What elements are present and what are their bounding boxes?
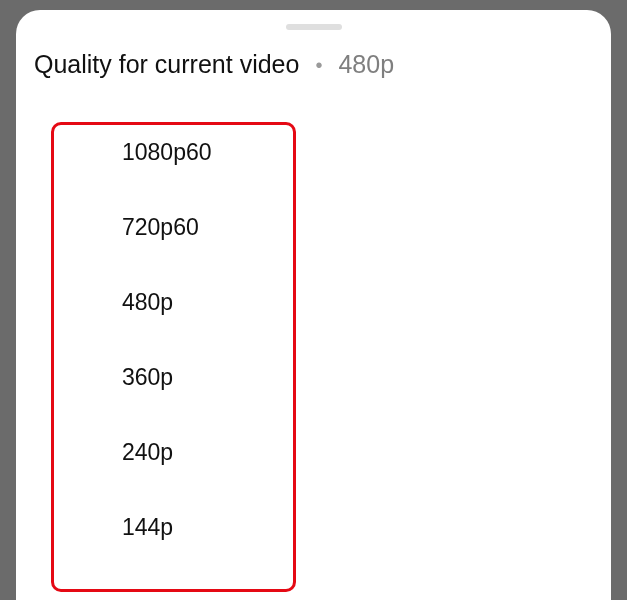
option-label: 240p [122, 439, 173, 465]
quality-option-720p60[interactable]: 720p60 [16, 190, 611, 265]
quality-option-240p[interactable]: 240p [16, 415, 611, 490]
separator-dot: • [315, 55, 322, 75]
sheet-title: Quality for current video [34, 50, 299, 79]
quality-options-list: 1080p60 720p60 480p 360p 240p 144p [16, 97, 611, 565]
option-label: 360p [122, 364, 173, 390]
quality-option-360p[interactable]: 360p [16, 340, 611, 415]
quality-option-144p[interactable]: 144p [16, 490, 611, 565]
option-label: 1080p60 [122, 139, 212, 165]
sheet-header: Quality for current video • 480p [16, 50, 611, 79]
option-label: 480p [122, 289, 173, 315]
drag-handle[interactable] [286, 24, 342, 30]
option-label: 144p [122, 514, 173, 540]
option-label: 720p60 [122, 214, 199, 240]
quality-option-480p[interactable]: 480p [16, 265, 611, 340]
quality-bottom-sheet: Quality for current video • 480p 1080p60… [16, 10, 611, 600]
quality-option-1080p60[interactable]: 1080p60 [16, 115, 611, 190]
current-quality-value: 480p [338, 50, 394, 79]
